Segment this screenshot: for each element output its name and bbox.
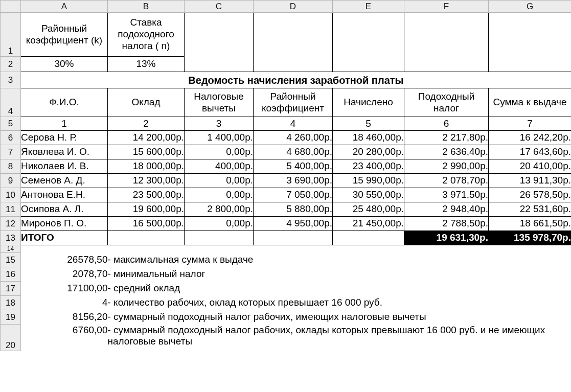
th-coeff[interactable]: Районный коэффициент [254,88,333,117]
table-row[interactable]: 30 550,00р. [333,188,404,202]
table-row[interactable]: 14 200,00р. [108,131,185,145]
table-row[interactable]: 20 410,00р. [489,159,572,174]
table-row[interactable]: 7 050,00р. [254,188,333,202]
cell-F1[interactable] [404,13,489,57]
cell-C2[interactable] [185,57,254,72]
colnum-2[interactable]: 2 [108,117,185,131]
row-header-19[interactable]: 19 [1,310,21,325]
th-name[interactable]: Ф.И.О. [21,88,108,117]
row-header-12[interactable]: 12 [1,217,21,231]
table-row[interactable]: Серова Н. Р. [21,131,108,145]
row-header-11[interactable]: 11 [1,202,21,217]
sheet-title[interactable]: Ведомость начисления заработной платы [21,72,572,88]
cell-A1[interactable]: Районный коэффициент (k) [21,13,108,57]
table-row[interactable]: 0,00р. [185,145,254,159]
cell-E1[interactable] [333,13,404,57]
stat-text-1[interactable]: - максимальная сумма к выдаче [108,253,572,267]
cell-row14[interactable] [21,245,572,253]
row-header-3[interactable]: 3 [1,72,21,88]
cell-D1[interactable] [254,13,333,57]
table-row[interactable]: 20 280,00р. [333,145,404,159]
cell-C1[interactable] [185,13,254,57]
th-accrued[interactable]: Начислено [333,88,404,117]
col-header-A[interactable]: A [21,1,108,13]
cell-B13[interactable] [108,231,185,245]
row-header-2[interactable]: 2 [1,57,21,72]
table-row[interactable]: 22 531,60р. [489,202,572,217]
row-header-9[interactable]: 9 [1,174,21,188]
table-row[interactable]: 18 460,00р. [333,131,404,145]
table-row[interactable]: 17 643,60р. [489,145,572,159]
row-header-20[interactable]: 20 [1,325,21,351]
stat-text-4[interactable]: - количество рабочих, оклад которых прев… [108,296,572,310]
table-row[interactable]: 23 400,00р. [333,159,404,174]
row-header-8[interactable]: 8 [1,159,21,174]
stat-value-4[interactable]: 4 [21,296,108,310]
table-row[interactable]: 4 260,00р. [254,131,333,145]
stat-value-2[interactable]: 2078,70 [21,267,108,282]
table-row[interactable]: 0,00р. [185,188,254,202]
table-row[interactable]: 5 880,00р. [254,202,333,217]
row-header-1[interactable]: 1 [1,13,21,57]
cell-F2[interactable] [404,57,489,72]
table-row[interactable]: 15 990,00р. [333,174,404,188]
cell-D2[interactable] [254,57,333,72]
stat-value-5[interactable]: 8156,20 [21,310,108,325]
row-header-13[interactable]: 13 [1,231,21,245]
th-deduct[interactable]: Налоговые вычеты [185,88,254,117]
row-header-4[interactable]: 4 [1,88,21,117]
stat-value-6[interactable]: 6760,00 [21,325,108,351]
table-row[interactable]: 18 661,50р. [489,217,572,231]
row-header-7[interactable]: 7 [1,145,21,159]
table-row[interactable]: 15 600,00р. [108,145,185,159]
table-row[interactable]: 2 990,00р. [404,159,489,174]
row-header-17[interactable]: 17 [1,282,21,296]
row-header-15[interactable]: 15 [1,253,21,267]
table-row[interactable]: 19 600,00р. [108,202,185,217]
table-row[interactable]: 2 800,00р. [185,202,254,217]
table-row[interactable]: 16 500,00р. [108,217,185,231]
table-row[interactable]: 16 242,20р. [489,131,572,145]
colnum-4[interactable]: 4 [254,117,333,131]
table-row[interactable]: Антонова Е.Н. [21,188,108,202]
select-all-corner[interactable] [1,1,21,13]
th-payout[interactable]: Сумма к выдаче [489,88,572,117]
table-row[interactable]: 0,00р. [185,174,254,188]
cell-D13[interactable] [254,231,333,245]
colnum-7[interactable]: 7 [489,117,572,131]
colnum-5[interactable]: 5 [333,117,404,131]
total-payout[interactable]: 135 978,70р. [489,231,572,245]
cell-C13[interactable] [185,231,254,245]
colnum-1[interactable]: 1 [21,117,108,131]
stat-text-5[interactable]: - суммарный подоходный налог рабочих, им… [108,310,572,325]
table-row[interactable]: 0,00р. [185,217,254,231]
stat-text-2[interactable]: - минимальный налог [108,267,572,282]
stat-value-3[interactable]: 17100,00 [21,282,108,296]
table-row[interactable]: 25 480,00р. [333,202,404,217]
total-label[interactable]: ИТОГО [21,231,108,245]
stat-text-3[interactable]: - средний оклад [108,282,572,296]
row-header-18[interactable]: 18 [1,296,21,310]
col-header-F[interactable]: F [404,1,489,13]
table-row[interactable]: 5 400,00р. [254,159,333,174]
row-header-6[interactable]: 6 [1,131,21,145]
table-row[interactable]: 2 636,40р. [404,145,489,159]
table-row[interactable]: 26 578,50р. [489,188,572,202]
stat-text-6[interactable]: - суммарный подоходный налог рабочих, ок… [108,325,572,351]
table-row[interactable]: 3 690,00р. [254,174,333,188]
table-row[interactable]: Семенов А. Д. [21,174,108,188]
table-row[interactable]: Николаев И. В. [21,159,108,174]
cell-B1[interactable]: Ставка подоходного налога ( n) [108,13,185,57]
table-row[interactable]: 12 300,00р. [108,174,185,188]
table-row[interactable]: 2 788,50р. [404,217,489,231]
table-row[interactable]: 23 500,00р. [108,188,185,202]
table-row[interactable]: 13 911,30р. [489,174,572,188]
row-header-5[interactable]: 5 [1,117,21,131]
table-row[interactable]: 3 971,50р. [404,188,489,202]
cell-B2[interactable]: 13% [108,57,185,72]
table-row[interactable]: 4 680,00р. [254,145,333,159]
col-header-G[interactable]: G [489,1,572,13]
cell-G1[interactable] [489,13,572,57]
col-header-D[interactable]: D [254,1,333,13]
table-row[interactable]: 21 450,00р. [333,217,404,231]
